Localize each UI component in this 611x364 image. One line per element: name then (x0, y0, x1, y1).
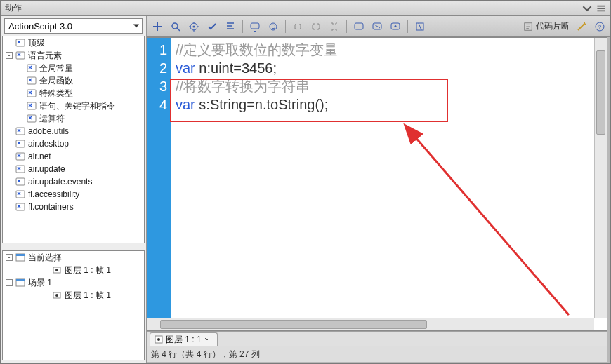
svg-rect-7 (27, 90, 36, 97)
code-line[interactable]: //将数字转换为字符串 (176, 77, 603, 95)
script-tab-label: 图层 1 : 1 (166, 334, 202, 346)
editor-toolbar: 代码片断 ? (147, 16, 610, 37)
twist-spacer (6, 166, 13, 173)
code-area[interactable]: //定义要取数位的数字变量var n:uint=3456;//将数字转换为字符串… (171, 38, 607, 330)
twist-spacer (6, 178, 13, 185)
search-icon[interactable] (169, 20, 182, 33)
tree-item[interactable]: -语言元素 (3, 49, 144, 62)
horizontal-scrollbar[interactable] (147, 318, 594, 330)
vertical-scrollbar[interactable] (594, 38, 607, 318)
tree-item[interactable]: adobe.utils (3, 125, 144, 137)
tree-item[interactable]: air.update (3, 163, 144, 175)
tree-item[interactable]: air.net (3, 150, 144, 163)
pkg-icon (27, 64, 37, 72)
comment-icon[interactable] (353, 20, 365, 33)
editor-area: 代码片断 ? 1234 //定义要取数位的数字变量var n:uint=3456… (147, 16, 610, 363)
actions-panel: 动作 ActionScript 3.0 顶级-语言元素 全局常量 全局函数 特殊… (0, 0, 611, 364)
tree-item[interactable]: -场景 1 (3, 276, 144, 289)
svg-rect-28 (251, 23, 259, 29)
help-icon[interactable]: ? (593, 20, 606, 33)
svg-text:?: ? (598, 24, 602, 30)
tree-item-label: 顶级 (28, 37, 45, 49)
svg-point-24 (55, 294, 58, 297)
scene-icon (15, 253, 25, 262)
pkg-icon (15, 127, 25, 135)
tree-item[interactable]: -当前选择 (3, 251, 144, 264)
tree-item[interactable]: 运算符 (3, 112, 144, 125)
scene-tree[interactable]: -当前选择 图层 1 : 帧 1-场景 1 图层 1 : 帧 1 (2, 250, 145, 360)
svg-point-40 (157, 338, 160, 341)
twist-spacer (42, 267, 49, 274)
splitter[interactable] (3, 245, 144, 250)
svg-point-25 (172, 23, 178, 29)
svg-rect-15 (16, 191, 25, 198)
show-hint-icon[interactable] (249, 20, 261, 33)
language-combo-label: ActionScript 3.0 (8, 21, 72, 32)
tree-item[interactable]: 图层 1 : 帧 1 (3, 289, 144, 302)
left-sidebar: ActionScript 3.0 顶级-语言元素 全局常量 全局函数 特殊类型 … (1, 16, 147, 363)
twist-spacer (6, 39, 13, 46)
twist-spacer (6, 153, 13, 160)
tree-item[interactable]: air.update.events (3, 175, 144, 188)
code-editor[interactable]: 1234 //定义要取数位的数字变量var n:uint=3456;//将数字转… (147, 37, 607, 331)
line-gutter: 1234 (147, 38, 171, 330)
svg-rect-5 (27, 65, 36, 72)
scrollbar-thumb[interactable] (596, 50, 605, 135)
collapse-icon[interactable]: - (6, 52, 13, 59)
tree-item-label: 图层 1 : 帧 1 (65, 290, 111, 302)
tree-item[interactable]: fl.containers (3, 201, 144, 213)
code-line[interactable]: var n:uint=3456; (176, 59, 603, 77)
tree-item[interactable]: 全局常量 (3, 62, 144, 74)
chevron-down-icon (133, 25, 139, 28)
collapse-icon[interactable] (582, 4, 592, 13)
code-line[interactable]: //定义要取数位的数字变量 (176, 41, 603, 59)
svg-rect-10 (16, 128, 25, 135)
script-tab[interactable]: 图层 1 : 1 (150, 332, 218, 346)
collapse-icon[interactable]: - (6, 254, 13, 261)
svg-rect-12 (16, 153, 25, 160)
svg-rect-14 (16, 178, 25, 185)
check-syntax-icon[interactable] (206, 20, 218, 33)
frame-icon (52, 291, 62, 299)
tree-item[interactable]: 全局函数 (3, 74, 144, 87)
code-snippet-label: 代码片断 (536, 20, 570, 32)
pkg-icon (15, 39, 25, 47)
titlebar[interactable]: 动作 (1, 1, 610, 16)
tree-item[interactable]: fl.accessibility (3, 188, 144, 201)
block-comment-icon[interactable] (389, 20, 402, 33)
pkg-icon (15, 177, 25, 186)
code-snippet-button[interactable]: 代码片断 (523, 20, 570, 32)
expand-all-icon[interactable] (328, 20, 341, 33)
tree-item[interactable]: 语句、关键字和指令 (3, 100, 144, 112)
code-line[interactable]: var s:String=n.toString(); (176, 95, 603, 114)
wand-icon[interactable] (575, 20, 588, 33)
tree-item[interactable]: 图层 1 : 帧 1 (3, 264, 144, 276)
twist-spacer (17, 77, 24, 84)
uncomment-icon[interactable] (371, 20, 383, 33)
tree-item-label: 语句、关键字和指令 (39, 100, 115, 112)
twist-spacer (42, 292, 49, 299)
tree-item[interactable]: air.desktop (3, 137, 144, 150)
language-combo[interactable]: ActionScript 3.0 (4, 18, 143, 34)
svg-point-20 (55, 269, 58, 271)
panel-title: 动作 (5, 2, 22, 14)
menu-icon[interactable] (596, 4, 606, 13)
debug-options-icon[interactable] (267, 20, 280, 33)
scrollbar-thumb[interactable] (160, 320, 427, 329)
tree-item[interactable]: 特殊类型 (3, 87, 144, 100)
tree-item[interactable]: 顶级 (3, 36, 144, 49)
twist-spacer (6, 140, 13, 147)
auto-format-icon[interactable] (224, 20, 237, 33)
api-tree[interactable]: 顶级-语言元素 全局常量 全局函数 特殊类型 语句、关键字和指令 运算符 ado… (2, 36, 145, 243)
collapse-icon[interactable]: - (6, 279, 13, 286)
target-icon[interactable] (188, 20, 200, 33)
line-number: 3 (147, 77, 171, 95)
collapse-selection-icon[interactable] (310, 20, 322, 33)
line-number: 1 (147, 41, 171, 59)
collapse-brackets-icon[interactable] (291, 20, 304, 33)
add-script-icon[interactable] (151, 20, 164, 33)
svg-rect-16 (16, 203, 25, 210)
tree-item-label: 全局函数 (39, 75, 73, 87)
pin-script-icon[interactable] (414, 20, 426, 33)
svg-point-29 (270, 23, 277, 30)
